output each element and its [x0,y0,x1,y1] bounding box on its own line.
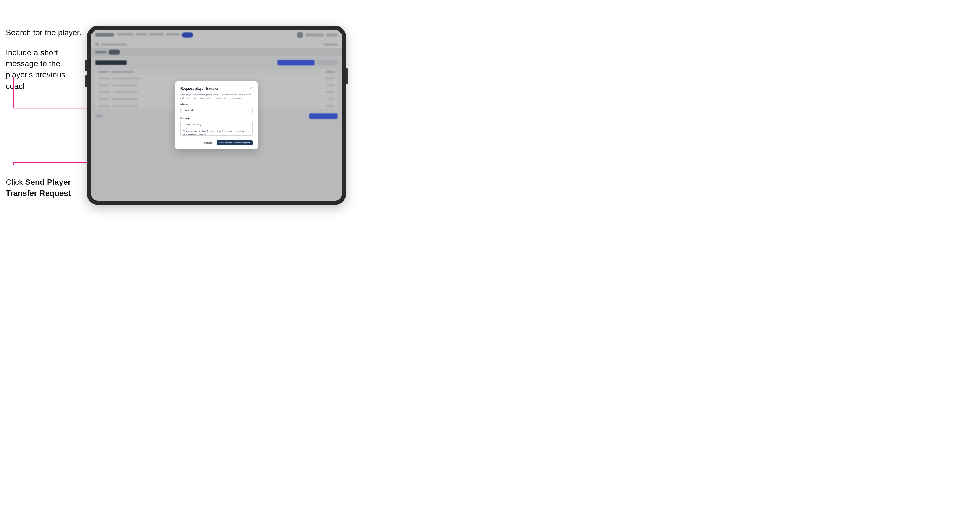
modal-description: If the player is transferring from anoth… [180,93,253,100]
modal-close-button[interactable]: × [249,86,253,91]
modal-header: Request player transfer × [180,86,253,91]
modal-dialog: Request player transfer × If the player … [175,81,258,149]
cancel-button[interactable]: Cancel [202,140,214,146]
annotation-click: Click Send Player Transfer Request [6,176,74,199]
player-input[interactable] [180,107,253,114]
modal-footer: Cancel Send Player Transfer Request [180,140,253,146]
modal-title: Request player transfer [180,87,218,90]
annotation-search: Search for the player. [6,27,83,38]
send-transfer-request-button[interactable]: Send Player Transfer Request [216,140,253,146]
modal-overlay: Request player transfer × If the player … [91,30,342,201]
message-label: Message [180,117,253,119]
player-label: Player [180,103,253,106]
tablet-outer: Request player transfer × If the player … [87,25,346,205]
message-textarea[interactable]: Hi Coach McHarg, Please accept this tran… [180,121,253,135]
tablet-screen: Request player transfer × If the player … [91,30,342,201]
tablet-wrapper: Request player transfer × If the player … [87,25,346,205]
